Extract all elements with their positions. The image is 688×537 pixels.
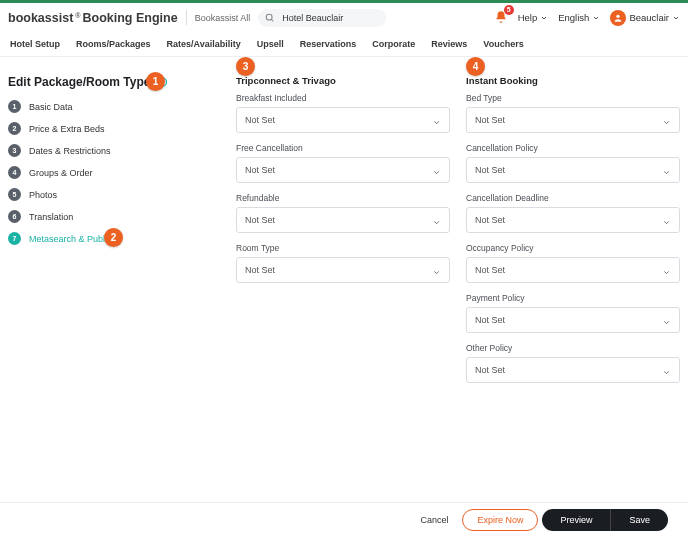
col-instant-booking: 4 Instant Booking Bed Type Not Set Cance…	[466, 75, 680, 493]
chevron-down-icon	[432, 268, 441, 277]
brand-sub: Booking Engine	[82, 11, 177, 25]
search-input-wrap[interactable]	[258, 9, 386, 27]
nav-item-upsell[interactable]: Upsell	[257, 39, 284, 49]
step-num: 1	[8, 100, 21, 113]
select-value: Not Set	[475, 365, 505, 375]
step-basic-data[interactable]: 1 Basic Data	[8, 100, 218, 113]
select-value: Not Set	[245, 265, 275, 275]
step-label: Basic Data	[29, 102, 73, 112]
svg-line-1	[271, 19, 273, 21]
chevron-down-icon	[662, 318, 671, 327]
cancel-button[interactable]: Cancel	[406, 515, 462, 525]
select-value: Not Set	[475, 165, 505, 175]
chevron-down-icon	[662, 118, 671, 127]
callout-3: 3	[236, 57, 255, 76]
step-label: Translation	[29, 212, 73, 222]
step-list: 1 Basic Data 2 Price & Extra Beds 3 Date…	[8, 100, 218, 245]
step-price-extra-beds[interactable]: 2 Price & Extra Beds	[8, 122, 218, 135]
preview-button[interactable]: Preview	[542, 509, 611, 531]
secondary-nav: Hotel Setup Rooms/Packages Rates/Availab…	[0, 32, 688, 57]
select-free-cancellation[interactable]: Not Set	[236, 157, 450, 183]
select-payment-policy[interactable]: Not Set	[466, 307, 680, 333]
select-value: Not Set	[245, 165, 275, 175]
chevron-down-icon	[662, 268, 671, 277]
nav-item-corporate[interactable]: Corporate	[372, 39, 415, 49]
section-heading-tripconnect: Tripconnect & Trivago	[236, 75, 450, 86]
nav-item-hotel-setup[interactable]: Hotel Setup	[10, 39, 60, 49]
step-translation[interactable]: 6 Translation	[8, 210, 218, 223]
step-photos[interactable]: 5 Photos	[8, 188, 218, 201]
search-icon	[265, 13, 275, 23]
step-num: 5	[8, 188, 21, 201]
chevron-down-icon	[662, 168, 671, 177]
step-num: 2	[8, 122, 21, 135]
svg-point-0	[266, 14, 272, 20]
select-value: Not Set	[475, 265, 505, 275]
select-value: Not Set	[245, 115, 275, 125]
field-label: Room Type	[236, 243, 450, 253]
chevron-down-icon	[672, 14, 680, 22]
sidebar: Edit Package/Room Type 1 1 Basic Data 2 …	[0, 57, 228, 503]
select-value: Not Set	[475, 115, 505, 125]
field-label: Occupancy Policy	[466, 243, 680, 253]
notifications-button[interactable]: 5	[494, 10, 508, 26]
chevron-down-icon	[662, 218, 671, 227]
field-label: Cancellation Policy	[466, 143, 680, 153]
nav-item-reservations[interactable]: Reservations	[300, 39, 357, 49]
field-label: Free Cancellation	[236, 143, 450, 153]
main-area: Edit Package/Room Type 1 1 Basic Data 2 …	[0, 57, 688, 503]
step-metasearch-publish[interactable]: 7 Metasearch & Publish 2	[8, 232, 218, 245]
step-num: 4	[8, 166, 21, 179]
save-button[interactable]: Save	[611, 509, 668, 531]
chevron-down-icon	[432, 218, 441, 227]
content: 3 Tripconnect & Trivago Breakfast Includ…	[228, 57, 688, 503]
field-label: Breakfast Included	[236, 93, 450, 103]
nav-item-vouchers[interactable]: Vouchers	[483, 39, 523, 49]
select-other-policy[interactable]: Not Set	[466, 357, 680, 383]
field-label: Cancellation Deadline	[466, 193, 680, 203]
step-dates-restrictions[interactable]: 3 Dates & Restrictions	[8, 144, 218, 157]
step-num: 3	[8, 144, 21, 157]
select-room-type[interactable]: Not Set	[236, 257, 450, 283]
expire-now-button[interactable]: Expire Now	[462, 509, 538, 531]
nav-item-rooms-packages[interactable]: Rooms/Packages	[76, 39, 151, 49]
step-num: 7	[8, 232, 21, 245]
nav-item-reviews[interactable]: Reviews	[431, 39, 467, 49]
select-cancellation-policy[interactable]: Not Set	[466, 157, 680, 183]
divider	[186, 10, 187, 25]
page-title: Edit Package/Room Type	[8, 75, 150, 89]
section-heading-instant-booking: Instant Booking	[466, 75, 680, 86]
user-menu[interactable]: Beauclair	[610, 10, 680, 26]
nav-item-rates-availability[interactable]: Rates/Availability	[167, 39, 241, 49]
chevron-down-icon	[540, 14, 548, 22]
chevron-down-icon	[432, 168, 441, 177]
page-title-row: Edit Package/Room Type 1	[8, 75, 218, 89]
select-cancellation-deadline[interactable]: Not Set	[466, 207, 680, 233]
select-occupancy-policy[interactable]: Not Set	[466, 257, 680, 283]
select-value: Not Set	[475, 315, 505, 325]
search-input[interactable]	[280, 12, 380, 24]
select-breakfast-included[interactable]: Not Set	[236, 107, 450, 133]
user-icon	[613, 13, 623, 23]
field-label: Other Policy	[466, 343, 680, 353]
select-value: Not Set	[475, 215, 505, 225]
select-value: Not Set	[245, 215, 275, 225]
field-label: Bed Type	[466, 93, 680, 103]
step-label: Photos	[29, 190, 57, 200]
step-label: Dates & Restrictions	[29, 146, 111, 156]
language-link[interactable]: English	[558, 12, 600, 23]
chevron-down-icon	[592, 14, 600, 22]
field-label: Payment Policy	[466, 293, 680, 303]
chevron-down-icon	[662, 368, 671, 377]
footer-wrap: 5 Cancel Expire Now Preview Save	[0, 477, 688, 537]
brand: bookassist ® Booking Engine	[8, 11, 178, 25]
step-num: 6	[8, 210, 21, 223]
step-groups-order[interactable]: 4 Groups & Order	[8, 166, 218, 179]
field-label: Refundable	[236, 193, 450, 203]
help-link[interactable]: Help	[518, 12, 549, 23]
svg-point-2	[617, 14, 620, 17]
select-refundable[interactable]: Not Set	[236, 207, 450, 233]
callout-2: 2	[104, 228, 123, 247]
select-bed-type[interactable]: Not Set	[466, 107, 680, 133]
header-right: 5 Help English Beauclair	[494, 10, 680, 26]
